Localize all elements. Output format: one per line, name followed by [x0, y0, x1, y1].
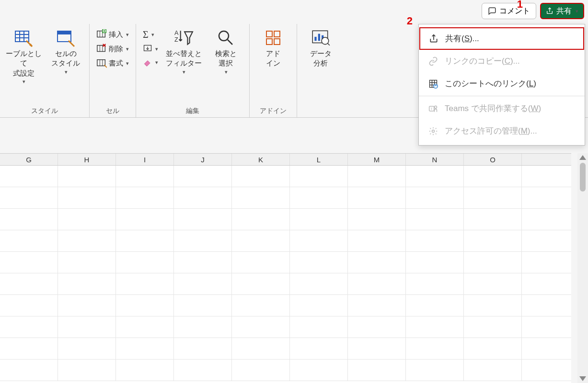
- delete-label: 削除: [109, 45, 123, 54]
- menu-divider: [419, 96, 585, 96]
- share-button[interactable]: 共有 ▾: [540, 3, 584, 19]
- column-header[interactable]: O: [464, 154, 522, 165]
- grid-row: [0, 273, 571, 295]
- format-label: 書式: [109, 59, 123, 68]
- column-header[interactable]: N: [406, 154, 464, 165]
- svg-point-33: [322, 37, 329, 45]
- clear-button[interactable]: ▾: [140, 56, 161, 68]
- sheet-link-icon: [428, 79, 438, 89]
- menu-item-copy-link-label: リンクのコピー(C)...: [445, 56, 520, 67]
- share-icon: [546, 7, 553, 15]
- share-icon: [429, 34, 438, 44]
- insert-cells-icon: [96, 29, 107, 40]
- cell-styles-button[interactable]: セルの スタイル ▾: [46, 25, 85, 77]
- chevron-down-icon: ▾: [155, 59, 158, 66]
- grid-row: [0, 316, 571, 338]
- ribbon-group-editing: Σ ▾ ▾ ▾ A: [136, 24, 250, 117]
- chevron-down-icon: ▾: [225, 68, 228, 76]
- menu-item-manage-label: アクセス許可の管理(M)...: [445, 125, 537, 136]
- menu-item-copy-link: リンクのコピー(C)...: [419, 50, 585, 72]
- sort-filter-button[interactable]: A Z 並べ替えと フィルター ▾: [164, 25, 203, 77]
- column-header[interactable]: J: [174, 154, 232, 165]
- menu-item-sheet-link-label: このシートへのリンク(L): [445, 78, 536, 89]
- svg-rect-30: [314, 37, 316, 41]
- annotation-1: 1: [517, 0, 523, 11]
- chevron-down-icon: ▾: [155, 46, 158, 52]
- insert-label: 挿入: [109, 30, 123, 39]
- svg-point-42: [435, 106, 437, 108]
- teams-icon: T: [428, 104, 438, 113]
- scroll-up-icon[interactable]: [579, 155, 586, 160]
- vertical-scrollbar[interactable]: [577, 153, 588, 383]
- grid-row: [0, 187, 571, 209]
- insert-button[interactable]: 挿入 ▾: [93, 28, 132, 41]
- svg-rect-31: [318, 34, 320, 41]
- column-header[interactable]: I: [116, 154, 174, 165]
- cell-styles-label: セルの スタイル: [51, 49, 80, 68]
- comment-icon: [488, 7, 496, 15]
- format-as-table-button[interactable]: ーブルとして 式設定 ▾: [4, 25, 43, 87]
- format-cells-icon: [96, 58, 107, 68]
- ribbon-group-addins: アド イン アドイン: [250, 24, 297, 117]
- column-header[interactable]: G: [0, 154, 58, 165]
- chevron-down-icon: ▾: [183, 68, 185, 76]
- column-headers: G H I J K L M N O: [0, 153, 571, 166]
- title-bar: コメント 共有 ▾: [0, 0, 588, 22]
- menu-item-teams: T Teams で共同作業する(W): [419, 97, 585, 120]
- svg-point-24: [219, 31, 229, 41]
- addins-icon: [264, 28, 283, 47]
- svg-rect-25: [266, 31, 272, 37]
- delete-button[interactable]: 削除 ▾: [93, 42, 132, 56]
- group-label-analysis: [320, 107, 322, 115]
- comments-button[interactable]: コメント: [482, 3, 536, 19]
- grid-row: [0, 209, 571, 230]
- addins-button[interactable]: アド イン: [254, 25, 293, 70]
- group-label-cells: セル: [106, 106, 119, 115]
- column-header[interactable]: L: [290, 154, 348, 165]
- column-header[interactable]: M: [348, 154, 406, 165]
- ribbon-group-analysis: データ 分析: [297, 24, 344, 117]
- svg-rect-26: [274, 31, 280, 37]
- column-header[interactable]: K: [232, 154, 290, 165]
- menu-item-share[interactable]: 共有(S)...: [419, 27, 584, 50]
- link-icon: [428, 56, 438, 66]
- grid-row: [0, 230, 571, 252]
- menu-item-share-label: 共有(S)...: [445, 33, 479, 44]
- chevron-down-icon: ▾: [65, 68, 68, 76]
- svg-rect-18: [97, 60, 105, 66]
- grid-row: [0, 252, 571, 273]
- data-analysis-button[interactable]: データ 分析: [301, 25, 340, 70]
- data-analysis-icon: [311, 28, 331, 48]
- share-dropdown-menu: 共有(S)... リンクのコピー(C)... このシートへのリンク(L) T T…: [418, 24, 585, 146]
- data-analysis-label: データ 分析: [310, 49, 332, 68]
- column-header[interactable]: H: [58, 154, 116, 165]
- ribbon-group-cells: 挿入 ▾ 削除 ▾: [90, 24, 136, 117]
- chevron-down-icon: ▾: [126, 32, 129, 38]
- gear-icon: [428, 126, 438, 136]
- share-label: 共有: [556, 6, 572, 16]
- fill-button[interactable]: ▾: [140, 43, 161, 55]
- delete-cells-icon: [96, 44, 107, 54]
- spreadsheet-grid[interactable]: [0, 166, 571, 383]
- svg-text:T: T: [430, 106, 433, 111]
- grid-row: [0, 360, 571, 381]
- sigma-icon: Σ: [143, 29, 149, 40]
- find-select-button[interactable]: 検索と 選択 ▾: [206, 25, 245, 77]
- svg-rect-28: [274, 39, 280, 45]
- table-format-icon: [14, 28, 33, 47]
- find-select-label: 検索と 選択: [215, 49, 237, 68]
- menu-item-teams-label: Teams で共同作業する(W): [445, 103, 541, 114]
- annotation-2: 2: [407, 15, 413, 27]
- menu-item-sheet-link[interactable]: このシートへのリンク(L): [419, 72, 585, 95]
- svg-text:A: A: [174, 30, 179, 36]
- autosum-button[interactable]: Σ ▾: [140, 28, 161, 42]
- scrollbar-thumb[interactable]: [580, 163, 586, 192]
- addins-label: アド イン: [266, 49, 280, 68]
- format-button[interactable]: 書式 ▾: [93, 56, 132, 70]
- grid-row: [0, 166, 571, 187]
- comments-label: コメント: [499, 6, 530, 16]
- group-label-editing: 編集: [186, 106, 199, 115]
- chevron-down-icon: ▾: [151, 32, 154, 38]
- scroll-down-icon[interactable]: [579, 376, 586, 381]
- svg-point-39: [434, 84, 438, 88]
